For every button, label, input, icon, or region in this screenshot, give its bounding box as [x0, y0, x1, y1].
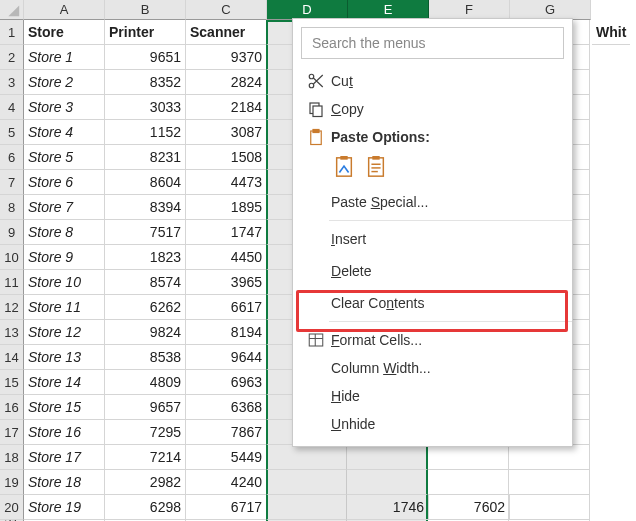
menu-clear-contents[interactable]: Clear Contents [293, 289, 572, 317]
cell[interactable]: 3965 [186, 270, 267, 295]
cell[interactable]: 4240 [186, 470, 267, 495]
cell[interactable]: 1823 [105, 245, 186, 270]
menu-copy[interactable]: Copy [293, 95, 572, 123]
row-header[interactable]: 19 [0, 470, 24, 495]
cell[interactable] [266, 470, 347, 495]
cell[interactable]: Store 9 [24, 245, 105, 270]
cell[interactable] [266, 495, 347, 520]
row-header[interactable]: 13 [0, 320, 24, 345]
cell[interactable]: Store 1 [24, 45, 105, 70]
row-header[interactable]: 5 [0, 120, 24, 145]
cell[interactable]: Store 16 [24, 420, 105, 445]
cell[interactable]: 8538 [105, 345, 186, 370]
cell[interactable]: 1152 [105, 120, 186, 145]
cell[interactable]: Store 11 [24, 295, 105, 320]
cell[interactable]: 8604 [105, 170, 186, 195]
cell[interactable]: Scanner [186, 20, 267, 45]
cell[interactable]: 9657 [105, 395, 186, 420]
cell[interactable]: Store 17 [24, 445, 105, 470]
cell[interactable]: 6717 [186, 495, 267, 520]
cell[interactable]: 2824 [186, 70, 267, 95]
cell[interactable]: Store 10 [24, 270, 105, 295]
cell[interactable]: Printer [105, 20, 186, 45]
cell[interactable]: 6963 [186, 370, 267, 395]
cell[interactable]: Store 13 [24, 345, 105, 370]
cell[interactable]: 4473 [186, 170, 267, 195]
col-header-A[interactable]: A [24, 0, 105, 20]
col-header-F[interactable]: F [429, 0, 510, 20]
row-header[interactable]: 12 [0, 295, 24, 320]
row-header[interactable]: 14 [0, 345, 24, 370]
row-header[interactable]: 11 [0, 270, 24, 295]
menu-unhide[interactable]: Unhide [293, 410, 572, 438]
cell[interactable]: 3087 [186, 120, 267, 145]
cell[interactable]: 7517 [105, 220, 186, 245]
cell[interactable]: 4450 [186, 245, 267, 270]
cell[interactable]: 6298 [105, 495, 186, 520]
cell[interactable] [509, 470, 590, 495]
menu-hide[interactable]: Hide [293, 382, 572, 410]
row-header[interactable]: 15 [0, 370, 24, 395]
col-header-G[interactable]: G [510, 0, 591, 20]
menu-format-cells[interactable]: Format Cells... [293, 326, 572, 354]
cell[interactable]: 6368 [186, 395, 267, 420]
cell[interactable]: 2982 [105, 470, 186, 495]
cell[interactable]: 7867 [186, 420, 267, 445]
cell[interactable]: 8194 [186, 320, 267, 345]
cell[interactable]: Store 7 [24, 195, 105, 220]
cell[interactable]: 8231 [105, 145, 186, 170]
cell[interactable] [347, 445, 428, 470]
cell[interactable]: 9370 [186, 45, 267, 70]
cell[interactable]: Store 2 [24, 70, 105, 95]
cell[interactable]: Store 6 [24, 170, 105, 195]
cell[interactable]: 7602 [429, 495, 510, 520]
cell[interactable] [428, 470, 509, 495]
menu-cut[interactable]: Cut [293, 67, 572, 95]
cell[interactable] [428, 445, 509, 470]
cell[interactable] [509, 445, 590, 470]
cell[interactable]: 9651 [105, 45, 186, 70]
cell[interactable]: 1508 [186, 145, 267, 170]
paste-option-icon[interactable] [333, 155, 355, 182]
menu-column-width[interactable]: Column Width... [293, 354, 572, 382]
cell[interactable]: 8394 [105, 195, 186, 220]
col-header-B[interactable]: B [105, 0, 186, 20]
row-header[interactable]: 18 [0, 445, 24, 470]
cell[interactable]: Store 5 [24, 145, 105, 170]
row-header[interactable]: 4 [0, 95, 24, 120]
col-header-C[interactable]: C [186, 0, 267, 20]
menu-search[interactable]: Search the menus [301, 27, 564, 59]
row-header[interactable]: 8 [0, 195, 24, 220]
row-header[interactable]: 16 [0, 395, 24, 420]
row-header[interactable]: 6 [0, 145, 24, 170]
cell[interactable]: Whit [592, 20, 630, 45]
paste-option-icon[interactable] [365, 155, 387, 182]
cell[interactable]: 6262 [105, 295, 186, 320]
cell[interactable] [509, 495, 590, 520]
cell[interactable]: Store 12 [24, 320, 105, 345]
cell[interactable]: Store [24, 20, 105, 45]
menu-insert[interactable]: Insert [293, 225, 572, 253]
cell[interactable]: 4809 [105, 370, 186, 395]
cell[interactable]: 1747 [186, 220, 267, 245]
cell[interactable]: 1746 [348, 495, 429, 520]
select-all-corner[interactable] [0, 0, 24, 20]
col-header-D[interactable]: D [267, 0, 348, 20]
row-header[interactable]: 7 [0, 170, 24, 195]
cell[interactable]: Store 19 [24, 495, 105, 520]
cell[interactable]: Store 15 [24, 395, 105, 420]
cell[interactable]: Store 18 [24, 470, 105, 495]
cell[interactable]: 8352 [105, 70, 186, 95]
cell[interactable]: 8574 [105, 270, 186, 295]
cell[interactable]: 9644 [186, 345, 267, 370]
row-header[interactable]: 20 [0, 495, 24, 520]
cell[interactable]: 6617 [186, 295, 267, 320]
row-header[interactable]: 10 [0, 245, 24, 270]
row-header[interactable]: 2 [0, 45, 24, 70]
cell[interactable] [266, 445, 347, 470]
menu-paste-special[interactable]: Paste Special... [293, 188, 572, 216]
row-header[interactable]: 3 [0, 70, 24, 95]
cell[interactable]: Store 4 [24, 120, 105, 145]
cell[interactable] [347, 470, 428, 495]
col-header-E[interactable]: E [348, 0, 429, 20]
